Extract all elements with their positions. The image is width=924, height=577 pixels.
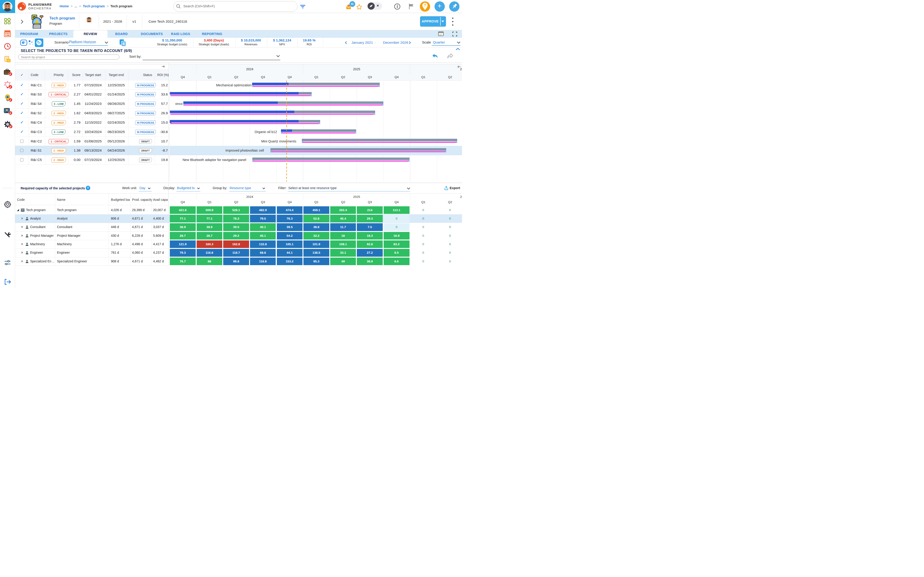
svg-text:?: ? (424, 3, 426, 7)
